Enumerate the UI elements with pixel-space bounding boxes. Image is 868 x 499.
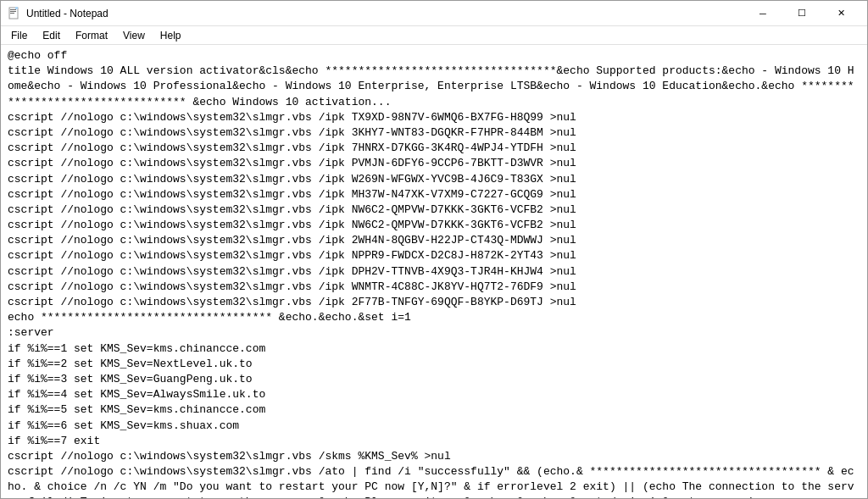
notepad-icon [8, 7, 21, 20]
svg-rect-1 [10, 9, 16, 10]
title-bar-left: Untitled - Notepad [8, 7, 108, 20]
svg-rect-3 [10, 13, 14, 14]
minimize-button[interactable]: ─ [743, 1, 782, 26]
menu-format[interactable]: Format [69, 27, 114, 44]
menu-edit[interactable]: Edit [36, 27, 67, 44]
svg-rect-4 [15, 7, 18, 9]
notepad-window: Untitled - Notepad ─ ☐ ✕ File Edit Forma… [0, 0, 868, 499]
menu-help[interactable]: Help [153, 27, 188, 44]
svg-rect-2 [10, 11, 16, 12]
menu-file[interactable]: File [4, 27, 34, 44]
title-bar-controls: ─ ☐ ✕ [743, 1, 860, 26]
maximize-button[interactable]: ☐ [782, 1, 821, 26]
close-button[interactable]: ✕ [821, 1, 860, 26]
title-bar: Untitled - Notepad ─ ☐ ✕ [1, 1, 867, 26]
menu-bar: File Edit Format View Help [1, 26, 867, 45]
menu-view[interactable]: View [116, 27, 152, 44]
text-editor[interactable] [1, 45, 867, 498]
window-title: Untitled - Notepad [26, 8, 108, 19]
